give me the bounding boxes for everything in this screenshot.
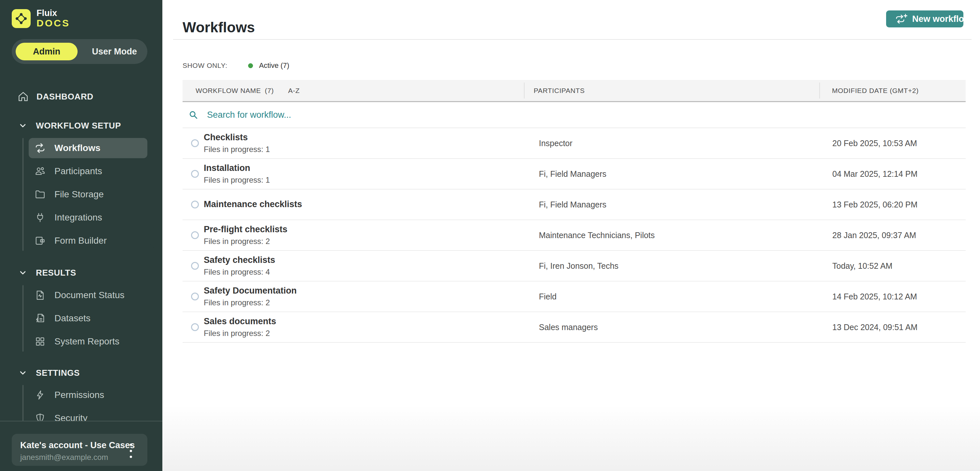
column-modified-date: MODIFIED DATE (GMT+2) xyxy=(832,87,919,94)
workflows-icon xyxy=(34,142,46,154)
sidebar-item-system-reports[interactable]: System Reports xyxy=(29,331,147,351)
account-menu-kebab-icon[interactable] xyxy=(126,443,135,458)
brand-name: Fluix xyxy=(37,8,70,18)
show-only-label: SHOW ONLY: xyxy=(183,62,227,69)
sidebar-divider xyxy=(0,421,162,422)
table-row[interactable]: Safety checklists Files in progress: 4 F… xyxy=(183,251,966,281)
workflow-files-in-progress: Files in progress: 4 xyxy=(204,267,517,277)
workflow-files-in-progress: Files in progress: 1 xyxy=(204,144,517,154)
workflow-participants: Maintenance Technicians, Pilots xyxy=(539,220,655,250)
sidebar-item-form-builder[interactable]: Form Builder xyxy=(29,231,147,251)
participants-icon xyxy=(34,165,46,177)
new-workflow-label: New workflow xyxy=(912,14,971,24)
sort-a-z[interactable]: A-Z xyxy=(288,87,300,94)
sidebar-nav: DASHBOARD WORKFLOW SETUP Workflows Parti… xyxy=(0,78,162,421)
table-row[interactable]: Maintenance checklists Fi, Field Manager… xyxy=(183,190,966,220)
sidebar-item-participants[interactable]: Participants xyxy=(29,161,147,181)
sidebar-item-permissions[interactable]: Permissions xyxy=(29,385,147,405)
workflow-participants: Fi, Iren Jonson, Techs xyxy=(539,251,619,281)
filter-row: SHOW ONLY: Active (7) xyxy=(183,61,289,70)
sidebar-item-dashboard[interactable]: DASHBOARD xyxy=(0,87,162,106)
table-row[interactable]: Checklists Files in progress: 1 Inspecto… xyxy=(183,128,966,159)
sidebar-item-integrations[interactable]: Integrations xyxy=(29,208,147,228)
account-title: Kate's account - Use Cases xyxy=(20,440,135,450)
workflow-participants: Fi, Field Managers xyxy=(539,190,606,220)
sidebar-item-datasets[interactable]: Datasets xyxy=(29,308,147,329)
admin-mode-button[interactable]: Admin xyxy=(16,43,78,60)
chevron-down-icon xyxy=(18,368,28,378)
nav-track-line xyxy=(22,285,24,351)
sidebar-item-label: Form Builder xyxy=(54,235,107,246)
sidebar-item-label: Workflows xyxy=(54,143,100,153)
workflow-modified-date: 28 Jan 2025, 09:37 AM xyxy=(832,220,916,250)
sidebar-item-label: Permissions xyxy=(54,390,104,400)
sidebar-section-label: SETTINGS xyxy=(36,368,80,378)
chevron-down-icon xyxy=(18,121,28,131)
user-mode-button[interactable]: User Mode xyxy=(81,39,147,64)
folder-icon xyxy=(34,188,46,200)
page-title: Workflows xyxy=(183,19,255,35)
table-row[interactable]: Installation Files in progress: 1 Fi, Fi… xyxy=(183,159,966,190)
form-builder-icon xyxy=(34,235,46,247)
main-content: Workflows New workflow SHOW ONLY: Active… xyxy=(162,0,980,471)
active-status-dot-icon xyxy=(248,63,253,68)
row-radio-button[interactable] xyxy=(191,170,199,178)
workflow-participants: Sales managers xyxy=(539,312,598,342)
sidebar-section-settings[interactable]: SETTINGS xyxy=(0,363,162,382)
shield-icon xyxy=(34,412,46,421)
row-radio-button[interactable] xyxy=(191,231,199,239)
workflow-files-in-progress: Files in progress: 2 xyxy=(204,328,517,338)
sidebar: Fluix DOCS Admin User Mode DASHBOARD WOR… xyxy=(0,0,162,471)
row-radio-button[interactable] xyxy=(191,201,199,208)
workflow-files-in-progress: Files in progress: 2 xyxy=(204,236,517,246)
table-row[interactable]: Safety Documentation Files in progress: … xyxy=(183,281,966,312)
workflow-name: Sales documents xyxy=(204,316,517,327)
header-divider xyxy=(173,39,972,40)
sidebar-item-file-storage[interactable]: File Storage xyxy=(29,184,147,204)
sidebar-section-results[interactable]: RESULTS xyxy=(0,263,162,282)
brand: Fluix DOCS xyxy=(12,8,70,29)
sidebar-item-document-status[interactable]: Document Status xyxy=(29,285,147,305)
fluix-logo-icon xyxy=(12,9,31,28)
sidebar-item-label: System Reports xyxy=(54,336,119,347)
search-row xyxy=(183,102,966,128)
column-participants: PARTICIPANTS xyxy=(534,87,585,94)
workflow-modified-date: 20 Feb 2025, 10:53 AM xyxy=(832,128,917,158)
table-row[interactable]: Pre-flight checklists Files in progress:… xyxy=(183,220,966,251)
sidebar-item-label: DASHBOARD xyxy=(37,92,93,102)
document-status-icon xyxy=(34,289,46,301)
row-radio-button[interactable] xyxy=(191,323,199,331)
workflow-participants: Inspector xyxy=(539,128,573,158)
row-radio-button[interactable] xyxy=(191,292,199,300)
table-header: WORKFLOW NAME (7) A-Z PARTICIPANTS MODIF… xyxy=(183,80,966,102)
home-icon xyxy=(17,90,29,103)
active-filter[interactable]: Active (7) xyxy=(259,61,289,70)
table-row[interactable]: Sales documents Files in progress: 2 Sal… xyxy=(183,312,966,343)
sidebar-section-workflow-setup[interactable]: WORKFLOW SETUP xyxy=(0,116,162,135)
sidebar-item-security[interactable]: Security xyxy=(29,408,147,421)
nav-track-line xyxy=(22,385,24,421)
datasets-icon xyxy=(34,313,46,324)
workflow-modified-date: 13 Dec 2024, 09:51 AM xyxy=(832,312,917,342)
lightning-icon xyxy=(34,389,46,401)
sidebar-section-label: WORKFLOW SETUP xyxy=(36,121,121,131)
row-radio-button[interactable] xyxy=(191,262,199,270)
account-card[interactable]: Kate's account - Use Cases janesmith@exa… xyxy=(12,434,147,466)
mode-toggle[interactable]: Admin User Mode xyxy=(12,39,147,64)
sidebar-item-label: File Storage xyxy=(54,189,104,200)
sidebar-item-label: Datasets xyxy=(54,313,91,324)
workflow-files-in-progress: Files in progress: 1 xyxy=(204,175,517,185)
app-root: Fluix DOCS Admin User Mode DASHBOARD WOR… xyxy=(0,0,980,471)
column-divider xyxy=(524,83,525,99)
sidebar-item-label: Participants xyxy=(54,166,102,176)
workflow-files-in-progress: Files in progress: 2 xyxy=(204,297,517,308)
workflow-name: Safety checklists xyxy=(204,255,517,266)
workflow-modified-date: 04 Mar 2025, 12:14 PM xyxy=(832,159,917,189)
row-radio-button[interactable] xyxy=(191,139,199,147)
workflow-participants: Fi, Field Managers xyxy=(539,159,606,189)
new-workflow-button[interactable]: New workflow xyxy=(886,10,963,27)
plug-icon xyxy=(34,212,46,224)
search-input[interactable] xyxy=(206,110,534,120)
sidebar-item-workflows[interactable]: Workflows xyxy=(29,138,147,158)
workflow-modified-date: 14 Feb 2025, 10:12 AM xyxy=(832,281,917,311)
